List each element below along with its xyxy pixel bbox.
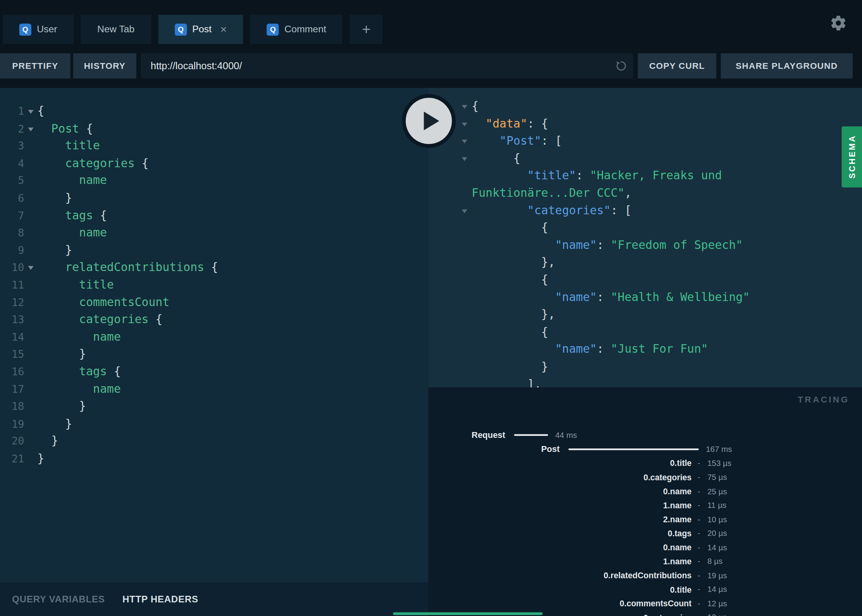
fold-gutter bbox=[24, 433, 37, 450]
tracing-rows: Request44 msPost167 ms 0.title-153 µs0.c… bbox=[428, 428, 862, 616]
code-line: 2 Post { bbox=[0, 120, 428, 138]
code-token: "data" bbox=[485, 117, 527, 130]
tab-post[interactable]: QPost× bbox=[158, 15, 244, 44]
code-token: } bbox=[37, 400, 86, 413]
code-token: "Just For Fun" bbox=[611, 343, 708, 356]
fold-gutter bbox=[461, 115, 471, 133]
trace-field-name: 0.tags bbox=[428, 528, 692, 538]
code-token: "Post" bbox=[499, 134, 541, 147]
tab-label: Post bbox=[192, 24, 212, 35]
tab-user[interactable]: QUser bbox=[3, 15, 74, 44]
trace-field-dash: - bbox=[697, 515, 700, 524]
trace-field-name: 0.title bbox=[428, 458, 692, 468]
scrollbar-thumb-green[interactable] bbox=[393, 612, 542, 615]
fold-gutter bbox=[461, 289, 471, 306]
prettify-button[interactable]: PRETTIFY bbox=[0, 53, 70, 79]
code-line: 21} bbox=[0, 450, 428, 467]
code-token: { bbox=[472, 273, 548, 286]
tab-comment[interactable]: QComment bbox=[251, 15, 343, 44]
trace-field-row: 1.name-8 µs bbox=[428, 554, 862, 568]
code-text: } bbox=[37, 242, 72, 259]
query-icon: Q bbox=[19, 23, 31, 35]
fold-arrow-icon[interactable] bbox=[462, 105, 467, 109]
code-token bbox=[472, 169, 527, 182]
trace-field-row: 0.title-153 µs bbox=[428, 456, 862, 470]
fold-arrow-icon[interactable] bbox=[462, 122, 467, 126]
trace-field-time: 75 µs bbox=[707, 473, 727, 482]
new-tab-button[interactable]: + bbox=[350, 15, 383, 44]
trace-field-time: 153 µs bbox=[707, 459, 731, 468]
code-token bbox=[37, 174, 79, 187]
history-button[interactable]: HISTORY bbox=[73, 53, 137, 79]
url-input[interactable] bbox=[141, 60, 609, 72]
trace-span-bar bbox=[568, 448, 699, 450]
fold-arrow-icon[interactable] bbox=[462, 157, 467, 161]
fold-arrow-icon[interactable] bbox=[28, 110, 33, 114]
fold-gutter bbox=[24, 103, 37, 120]
gear-icon-svg bbox=[830, 14, 847, 32]
code-text: } bbox=[37, 398, 86, 415]
code-token: { bbox=[472, 221, 548, 234]
trace-field-dash: - bbox=[697, 529, 700, 538]
settings-gear-icon[interactable] bbox=[830, 14, 847, 32]
query-variables-tab[interactable]: QUERY VARIABLES bbox=[12, 594, 105, 605]
share-playground-button[interactable]: SHARE PLAYGROUND bbox=[721, 53, 853, 79]
code-line: 8 name bbox=[0, 224, 428, 242]
tab-new-tab[interactable]: New Tab bbox=[81, 15, 151, 44]
fold-gutter bbox=[24, 190, 37, 207]
code-text: Post { bbox=[37, 120, 93, 138]
fold-gutter bbox=[461, 237, 471, 254]
copy-curl-button[interactable]: COPY CURL bbox=[638, 53, 716, 79]
code-text: } bbox=[37, 190, 72, 207]
trace-field-name: 0.name bbox=[428, 542, 692, 552]
fold-arrow-icon[interactable] bbox=[462, 140, 467, 144]
reload-icon[interactable] bbox=[609, 53, 633, 79]
trace-field-dash: - bbox=[697, 599, 700, 608]
fold-gutter bbox=[461, 185, 471, 202]
http-headers-tab[interactable]: HTTP HEADERS bbox=[123, 594, 198, 605]
code-text: { bbox=[472, 150, 520, 168]
line-number: 21 bbox=[0, 450, 24, 467]
code-token: ], bbox=[472, 377, 541, 387]
query-icon: Q bbox=[175, 23, 187, 35]
code-token: Post bbox=[51, 122, 79, 135]
fold-gutter bbox=[24, 172, 37, 190]
trace-field-dash: - bbox=[697, 557, 700, 566]
trace-field-dash: - bbox=[697, 501, 700, 510]
fold-arrow-icon[interactable] bbox=[28, 266, 33, 270]
trace-field-row: 2.name-10 µs bbox=[428, 512, 862, 526]
trace-field-name: 0.relatedContributions bbox=[428, 570, 692, 580]
code-token: : bbox=[576, 169, 590, 182]
query-editor-lines: 1{2 Post {3 title4 categories {5 name6 }… bbox=[0, 88, 428, 467]
code-token: name bbox=[93, 330, 121, 343]
fold-arrow-icon[interactable] bbox=[462, 209, 467, 213]
code-token: : bbox=[597, 238, 611, 252]
code-token: } bbox=[37, 191, 72, 205]
execute-button[interactable] bbox=[402, 94, 456, 148]
code-line: "data": { bbox=[428, 115, 862, 133]
code-text: "Post": [ bbox=[472, 133, 562, 150]
trace-field-name: 1.name bbox=[428, 500, 692, 510]
code-line: ], bbox=[428, 376, 862, 387]
code-token: commentsCount bbox=[79, 296, 169, 309]
code-token: "categories" bbox=[527, 204, 611, 217]
code-token bbox=[37, 313, 79, 326]
code-text: ], bbox=[472, 376, 541, 387]
line-number: 5 bbox=[0, 172, 24, 190]
schema-tab-label: SCHEMA bbox=[847, 135, 857, 179]
fold-arrow-icon[interactable] bbox=[28, 127, 33, 131]
trace-field-time: 14 µs bbox=[707, 543, 727, 552]
fold-gutter bbox=[24, 138, 37, 155]
fold-gutter bbox=[461, 167, 471, 185]
tab-label: User bbox=[37, 24, 57, 35]
tab-label: Comment bbox=[284, 24, 326, 35]
line-number: 2 bbox=[0, 120, 24, 138]
code-token: } bbox=[37, 243, 72, 257]
query-editor-pane[interactable]: 1{2 Post {3 title4 categories {5 name6 }… bbox=[0, 88, 428, 583]
close-tab-icon[interactable]: × bbox=[220, 23, 227, 36]
code-text: commentsCount bbox=[37, 294, 170, 311]
code-token bbox=[37, 261, 65, 274]
code-line: 17 name bbox=[0, 381, 428, 398]
schema-tab[interactable]: SCHEMA bbox=[842, 126, 862, 187]
code-text: { bbox=[37, 103, 44, 120]
